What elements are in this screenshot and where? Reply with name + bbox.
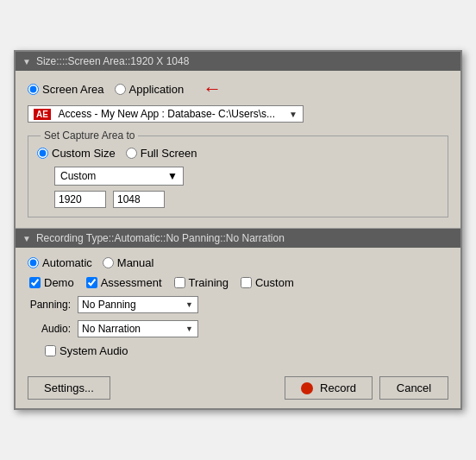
custom-dropdown[interactable]: Custom ▼ [54,167,184,186]
size-inputs-row [54,191,439,208]
app-dropdown-arrow-icon: ▼ [289,110,298,119]
assessment-checkbox[interactable] [86,277,97,288]
custom-checkbox[interactable] [241,277,252,288]
ae-badge: AE [34,109,51,120]
panning-label: Panning: [28,299,71,311]
full-screen-radio-label[interactable]: Full Screen [126,147,197,160]
height-input[interactable] [113,191,165,208]
app-dropdown-text: Access - My New App : Database- C:\Users… [59,108,275,120]
mode-checkboxes-row: Demo Assessment Training Custom [29,276,448,289]
size-type-row: Custom Size Full Screen [37,147,439,160]
record-dot-icon [301,382,313,394]
record-label: Record [320,381,356,394]
custom-checkbox-label[interactable]: Custom [241,276,294,289]
screen-area-label: Screen Area [42,83,104,96]
system-audio-row: System Audio [45,344,448,357]
audio-select-wrapper[interactable]: No Narration Narration [78,320,198,337]
app-dropdown-content: AE Access - My New App : Database- C:\Us… [34,108,275,120]
size-section-title: Size::::Screen Area::1920 X 1048 [36,55,189,67]
section2-collapse-icon[interactable]: ▼ [22,234,31,243]
manual-label: Manual [117,256,154,269]
custom-label: Custom [255,276,294,289]
audio-row: Audio: No Narration Narration [28,320,448,337]
demo-label: Demo [44,276,74,289]
panning-row: Panning: No Panning Auto Panning [28,296,448,313]
cancel-button[interactable]: Cancel [379,376,448,400]
application-radio-label[interactable]: Application [115,83,185,96]
capture-area-legend: Set Capture Area to [41,129,138,142]
screen-area-radio[interactable] [28,84,39,95]
width-input[interactable] [54,191,106,208]
demo-checkbox[interactable] [29,277,41,288]
recording-section-body: Automatic Manual Demo Assessment Trainin… [16,248,460,368]
capture-source-row: Screen Area Application ← [28,79,448,98]
custom-dropdown-arrow-icon: ▼ [167,170,178,182]
dialog-footer: Settings... Record Cancel [16,368,460,408]
footer-right-buttons: Record Cancel [285,376,448,400]
custom-dropdown-value: Custom [60,170,96,182]
size-section-body: Screen Area Application ← AE Access - My… [16,71,460,229]
settings-button[interactable]: Settings... [28,376,110,400]
audio-select[interactable]: No Narration Narration [78,320,198,337]
custom-size-radio[interactable] [37,148,48,159]
system-audio-checkbox-label[interactable]: System Audio [45,344,448,357]
capture-area-fieldset: Set Capture Area to Custom Size Full Scr… [28,129,448,217]
full-screen-label: Full Screen [141,147,197,160]
automatic-radio-label[interactable]: Automatic [28,256,92,269]
manual-radio[interactable] [103,257,114,268]
full-screen-radio[interactable] [126,148,137,159]
manual-radio-label[interactable]: Manual [103,256,154,269]
application-radio[interactable] [115,84,126,95]
recording-mode-row: Automatic Manual [28,256,448,269]
application-label: Application [129,83,185,96]
assessment-checkbox-label[interactable]: Assessment [86,276,162,289]
assessment-label: Assessment [101,276,162,289]
section1-collapse-icon[interactable]: ▼ [22,57,31,66]
system-audio-checkbox[interactable] [45,345,56,356]
size-section-header: ▼ Size::::Screen Area::1920 X 1048 [16,52,460,71]
app-dropdown[interactable]: AE Access - My New App : Database- C:\Us… [28,105,304,123]
recording-section-title: Recording Type::Automatic::No Panning::N… [36,232,285,244]
panning-select-wrapper[interactable]: No Panning Auto Panning [78,296,198,313]
arrow-indicator-icon: ← [203,79,222,98]
training-checkbox[interactable] [174,277,185,288]
custom-size-radio-label[interactable]: Custom Size [37,147,116,160]
panning-select[interactable]: No Panning Auto Panning [78,296,198,313]
audio-label: Audio: [28,323,71,335]
custom-size-label: Custom Size [52,147,116,160]
recording-section-header: ▼ Recording Type::Automatic::No Panning:… [16,229,460,248]
training-label: Training [189,276,229,289]
system-audio-label: System Audio [60,344,128,357]
automatic-radio[interactable] [28,257,39,268]
training-checkbox-label[interactable]: Training [174,276,229,289]
demo-checkbox-label[interactable]: Demo [29,276,74,289]
record-button[interactable]: Record [285,376,373,400]
automatic-label: Automatic [42,256,92,269]
main-dialog: ▼ Size::::Screen Area::1920 X 1048 Scree… [14,50,462,410]
screen-area-radio-label[interactable]: Screen Area [28,83,104,96]
